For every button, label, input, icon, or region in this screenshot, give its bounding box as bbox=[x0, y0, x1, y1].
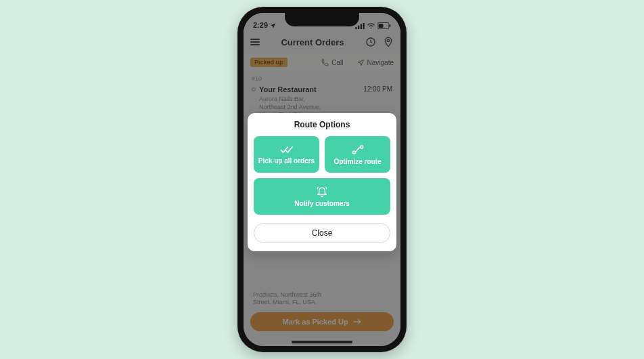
optimize-route-button[interactable]: Optimize route bbox=[325, 136, 390, 173]
close-label: Close bbox=[312, 228, 333, 238]
phone-screen: 2:29 Current Order bbox=[244, 13, 400, 346]
pickup-all-button[interactable]: Pick up all orders bbox=[254, 136, 319, 173]
optimize-label: Optimize route bbox=[334, 158, 381, 165]
phone-notch bbox=[285, 13, 359, 26]
route-options-modal: Route Options Pick up all orders Optimiz… bbox=[248, 113, 396, 251]
pickup-label: Pick up all orders bbox=[258, 157, 315, 165]
notify-label: Notify customers bbox=[294, 200, 350, 207]
close-button[interactable]: Close bbox=[254, 223, 390, 243]
modal-title: Route Options bbox=[254, 120, 390, 129]
check-icon bbox=[280, 145, 294, 154]
home-indicator bbox=[292, 341, 352, 343]
notify-customers-button[interactable]: Notify customers bbox=[254, 178, 390, 215]
bell-icon bbox=[316, 186, 328, 197]
route-icon bbox=[351, 144, 365, 155]
phone-frame: 2:29 Current Order bbox=[237, 7, 407, 352]
